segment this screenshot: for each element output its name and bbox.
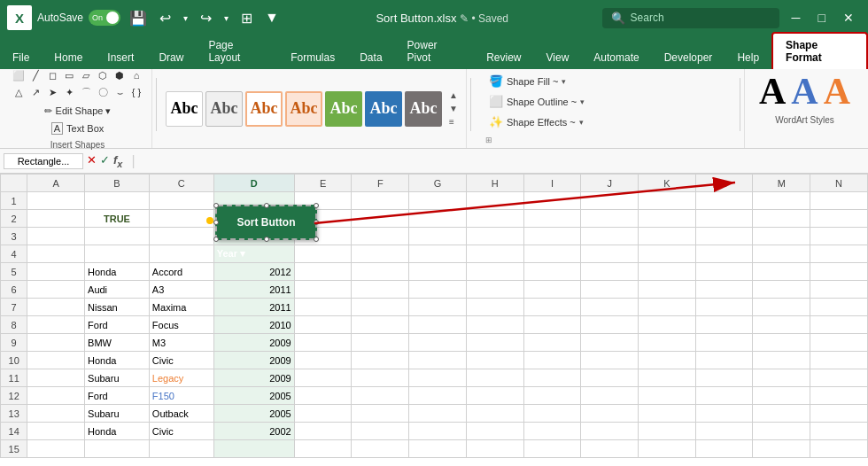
cell-F11[interactable] [352, 369, 409, 387]
cell-C9[interactable]: M3 [149, 334, 213, 352]
style-box-3[interactable]: Abc [285, 91, 322, 127]
cell-B11[interactable]: Subaru [85, 369, 150, 387]
cell-H14[interactable] [466, 423, 523, 440]
undo-dropdown-btn[interactable]: ▾ [180, 12, 191, 25]
tab-help[interactable]: Help [725, 46, 771, 69]
cell-I11[interactable] [523, 369, 581, 387]
tab-insert[interactable]: Insert [95, 46, 146, 69]
cell-F7[interactable] [352, 299, 409, 316]
scroll-more-arrow[interactable]: ≡ [446, 116, 461, 128]
cell-J15[interactable] [581, 440, 639, 458]
cell-A1[interactable] [27, 192, 85, 210]
cell-D13[interactable]: 2005 [213, 405, 294, 423]
col-C[interactable]: C [149, 175, 213, 192]
cell-I13[interactable] [523, 405, 581, 423]
cell-K9[interactable] [639, 334, 696, 352]
cell-B6[interactable]: Audi [85, 281, 150, 299]
cell-J6[interactable] [581, 281, 639, 299]
cell-F8[interactable] [352, 316, 409, 334]
cell-B9[interactable]: BMW [85, 334, 150, 352]
shape-icon-7[interactable]: ⬢ [112, 67, 128, 83]
cell-J1[interactable] [581, 192, 639, 210]
cell-B5[interactable]: Honda [85, 263, 150, 281]
col-L[interactable]: L [695, 175, 753, 192]
cell-C2[interactable] [149, 210, 213, 228]
cell-B13[interactable]: Subaru [85, 405, 150, 423]
cell-H3[interactable] [466, 228, 523, 245]
cell-K10[interactable] [639, 352, 696, 369]
scroll-up-arrow[interactable]: ▲ [446, 89, 461, 102]
cell-L3[interactable] [695, 228, 753, 245]
cell-B2[interactable]: TRUE [85, 210, 150, 228]
col-B[interactable]: B [85, 175, 150, 192]
cell-K4[interactable] [639, 245, 696, 263]
cell-J7[interactable] [581, 299, 639, 316]
cell-G3[interactable] [409, 228, 467, 245]
tab-formulas[interactable]: Formulas [278, 46, 347, 69]
cell-C1[interactable] [149, 192, 213, 210]
cell-M14[interactable] [753, 423, 810, 440]
cell-J10[interactable] [581, 352, 639, 369]
cell-B10[interactable]: Honda [85, 352, 150, 369]
cell-G9[interactable] [409, 334, 467, 352]
cell-K15[interactable] [639, 440, 696, 458]
cell-K6[interactable] [639, 281, 696, 299]
cell-K14[interactable] [639, 423, 696, 440]
cell-E9[interactable] [294, 334, 352, 352]
cell-A10[interactable] [27, 352, 85, 369]
customize-qat-btn[interactable]: ⊞ [237, 8, 256, 28]
cell-M5[interactable] [753, 263, 810, 281]
cell-E11[interactable] [294, 369, 352, 387]
cell-H7[interactable] [466, 299, 523, 316]
cell-J13[interactable] [581, 405, 639, 423]
cell-N4[interactable] [810, 245, 868, 263]
cell-I14[interactable] [523, 423, 581, 440]
cell-C8[interactable]: Focus [149, 316, 213, 334]
cell-L11[interactable] [695, 369, 753, 387]
cell-A6[interactable] [27, 281, 85, 299]
cell-H4[interactable] [466, 245, 523, 263]
cell-M3[interactable] [753, 228, 810, 245]
wordart-A-orange[interactable]: A [824, 73, 850, 110]
cell-A4[interactable] [27, 245, 85, 263]
cell-A12[interactable] [27, 387, 85, 405]
cell-M1[interactable] [753, 192, 810, 210]
cancel-formula-btn[interactable]: ✕ [87, 153, 97, 169]
search-box[interactable]: 🔍 [602, 8, 779, 28]
cell-K3[interactable] [639, 228, 696, 245]
cell-H10[interactable] [466, 352, 523, 369]
cell-E5[interactable] [294, 263, 352, 281]
text-box-btn[interactable]: A Text Box [48, 120, 108, 136]
cell-I9[interactable] [523, 334, 581, 352]
cell-L14[interactable] [695, 423, 753, 440]
tab-developer[interactable]: Developer [652, 46, 725, 69]
tab-shape-format[interactable]: Shape Format [771, 32, 868, 69]
cell-J5[interactable] [581, 263, 639, 281]
cell-A13[interactable] [27, 405, 85, 423]
cell-G7[interactable] [409, 299, 467, 316]
cell-F13[interactable] [352, 405, 409, 423]
close-btn[interactable]: ✕ [836, 7, 861, 28]
cell-M7[interactable] [753, 299, 810, 316]
cell-E15[interactable] [294, 440, 352, 458]
cell-E4[interactable] [294, 245, 352, 263]
style-box-4[interactable]: Abc [325, 91, 362, 127]
shape-icon-16[interactable]: { } [128, 84, 144, 100]
cell-E12[interactable] [294, 387, 352, 405]
cell-E8[interactable] [294, 316, 352, 334]
cell-M15[interactable] [753, 440, 810, 458]
col-H[interactable]: H [466, 175, 523, 192]
save-icon-btn[interactable]: 💾 [126, 8, 151, 28]
cell-J2[interactable] [581, 210, 639, 228]
shape-icon-11[interactable]: ➤ [44, 84, 60, 100]
col-F[interactable]: F [352, 175, 409, 192]
cell-D7[interactable]: 2011 [213, 299, 294, 316]
cell-N3[interactable] [810, 228, 868, 245]
cell-N14[interactable] [810, 423, 868, 440]
cell-I10[interactable] [523, 352, 581, 369]
cell-D12[interactable]: 2005 [213, 387, 294, 405]
tab-page-layout[interactable]: Page Layout [196, 34, 278, 69]
cell-G11[interactable] [409, 369, 467, 387]
tab-data[interactable]: Data [347, 46, 394, 69]
cell-D9[interactable]: 2009 [213, 334, 294, 352]
